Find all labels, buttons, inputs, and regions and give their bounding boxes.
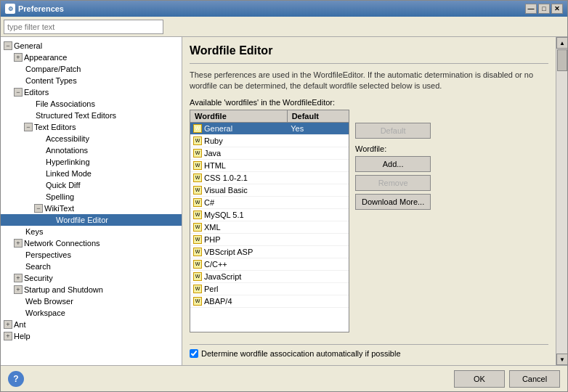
tree-item-search[interactable]: Search	[1, 261, 182, 272]
tree-container[interactable]: −General+AppearanceCompare/PatchContent …	[1, 37, 182, 365]
tree-toggle-editors[interactable]: −	[14, 88, 23, 97]
tree-item-perspectives[interactable]: Perspectives	[1, 249, 182, 261]
table-row[interactable]: WPHP	[190, 234, 349, 246]
tree-item-spelling[interactable]: Spelling	[1, 191, 182, 203]
tree-toggle-help[interactable]: +	[4, 332, 12, 340]
tree-item-security[interactable]: +Security	[1, 272, 182, 284]
scroll-thumb[interactable]	[557, 49, 567, 71]
file-icon: W	[193, 149, 202, 158]
wordfile-name-cell: WMySQL 5.1	[190, 211, 288, 219]
scroll-down-button[interactable]: ▼	[556, 354, 567, 365]
table-header: Wordfile Default	[190, 110, 349, 123]
tree-item-hyperlinking[interactable]: Hyperlinking	[1, 156, 182, 168]
table-row[interactable]: WPerl	[190, 283, 349, 295]
tree-toggle-text-editors[interactable]: −	[24, 123, 33, 131]
tree-toggle-ant[interactable]: +	[4, 320, 12, 329]
checkbox-area: Determine wordfile assocication automati…	[190, 349, 548, 358]
auto-wordfile-label: Determine wordfile assocication automati…	[201, 349, 401, 358]
table-row[interactable]: WRuby	[190, 135, 349, 147]
tree-label-content-types: Content Types	[24, 76, 77, 85]
file-icon: W	[193, 223, 202, 232]
table-row[interactable]: WJava	[190, 147, 349, 160]
wordfile-name: Ruby	[204, 136, 223, 145]
wordfile-name-cell: WVBScript ASP	[190, 248, 288, 256]
tree-toggle-startup-shutdown[interactable]: +	[14, 285, 23, 294]
minimize-button[interactable]: —	[525, 4, 537, 14]
tree-label-workspace: Workspace	[24, 309, 65, 317]
tree-item-structured-text-editors[interactable]: Structured Text Editors	[1, 110, 182, 121]
tree-label-quick-diff: Quick Diff	[44, 181, 80, 189]
table-body[interactable]: WGeneralYesWRubyWJavaWHTMLWCSS 1.0-2.1WV…	[190, 123, 349, 332]
maximize-button[interactable]: □	[538, 4, 550, 14]
table-row[interactable]: WCSS 1.0-2.1	[190, 172, 349, 184]
table-row[interactable]: WC/C++	[190, 258, 349, 271]
wordfile-name: General	[204, 124, 232, 133]
filter-input[interactable]	[4, 20, 163, 34]
tree-item-content-types[interactable]: Content Types	[1, 75, 182, 86]
tree-item-wordfile-editor[interactable]: Wordfile Editor	[1, 214, 182, 226]
tree-item-workspace[interactable]: Workspace	[1, 307, 182, 319]
tree-item-text-editors[interactable]: −Text Editors	[1, 121, 182, 133]
table-row[interactable]: WC#	[190, 197, 349, 209]
table-row[interactable]: WGeneralYes	[190, 123, 349, 135]
tree-item-file-associations[interactable]: File Associations	[1, 98, 182, 110]
wordfile-name: Perl	[204, 285, 219, 293]
available-label: Available 'wordfiles' in the WordfileEdi…	[190, 98, 548, 107]
tree-item-compare-patch[interactable]: Compare/Patch	[1, 63, 182, 75]
ok-button[interactable]: OK	[454, 370, 505, 388]
wordfile-name-cell: WHTML	[190, 161, 288, 170]
cancel-button[interactable]: Cancel	[509, 370, 560, 388]
tree-item-appearance[interactable]: +Appearance	[1, 52, 182, 63]
wordfile-name-cell: WPerl	[190, 285, 288, 293]
tree-item-keys[interactable]: Keys	[1, 226, 182, 237]
wordfile-name: Java	[204, 149, 221, 158]
tree-item-startup-shutdown[interactable]: +Startup and Shutdown	[1, 284, 182, 295]
wordfile-name: PHP	[204, 235, 221, 244]
close-button[interactable]: ✕	[551, 4, 563, 14]
window-title: Preferences	[18, 4, 64, 13]
auto-wordfile-checkbox[interactable]	[190, 349, 198, 358]
tree-item-network-connections[interactable]: +Network Connections	[1, 237, 182, 249]
wordfile-name: MySQL 5.1	[204, 211, 244, 219]
remove-button[interactable]: Remove	[355, 175, 431, 191]
tree-item-editors[interactable]: −Editors	[1, 86, 182, 98]
table-row[interactable]: WVisual Basic	[190, 184, 349, 197]
right-scrollbar[interactable]: ▲ ▼	[556, 37, 567, 365]
download-more-button[interactable]: Download More...	[355, 194, 431, 210]
table-row[interactable]: WHTML	[190, 160, 349, 172]
tree-label-search: Search	[24, 262, 51, 271]
add-button[interactable]: Add...	[355, 156, 431, 172]
tree-label-compare-patch: Compare/Patch	[24, 65, 81, 73]
scroll-up-button[interactable]: ▲	[556, 37, 567, 49]
file-icon: W	[193, 235, 202, 244]
tree-toggle-security[interactable]: +	[14, 274, 23, 282]
table-row[interactable]: WABAP/4	[190, 295, 349, 308]
wordfile-name: VBScript ASP	[204, 248, 253, 256]
preferences-window: ⚙ Preferences — □ ✕ −General+AppearanceC…	[0, 0, 568, 392]
tree-label-startup-shutdown: Startup and Shutdown	[23, 285, 103, 294]
tree-item-general[interactable]: −General	[1, 40, 182, 52]
help-button[interactable]: ?	[8, 371, 24, 387]
table-row[interactable]: WJavaScript	[190, 271, 349, 283]
buttons-panel: Default Wordfile: Add... Remove Download…	[355, 110, 431, 332]
tree-item-quick-diff[interactable]: Quick Diff	[1, 179, 182, 191]
tree-item-web-browser[interactable]: Web Browser	[1, 295, 182, 307]
tree-toggle-general[interactable]: −	[4, 41, 12, 50]
left-panel: −General+AppearanceCompare/PatchContent …	[1, 37, 182, 365]
table-row[interactable]: WVBScript ASP	[190, 246, 349, 258]
tree-toggle-appearance[interactable]: +	[14, 53, 23, 62]
table-row[interactable]: WXML	[190, 221, 349, 234]
tree-item-ant[interactable]: +Ant	[1, 319, 182, 330]
tree-item-annotations[interactable]: Annotations	[1, 144, 182, 156]
tree-toggle-wikitext[interactable]: −	[34, 204, 43, 213]
tree-item-accessibility[interactable]: Accessibility	[1, 133, 182, 144]
default-button[interactable]: Default	[355, 123, 431, 139]
wordfile-name: C#	[204, 198, 214, 207]
wordfile-name-cell: WGeneral	[190, 124, 288, 133]
tree-item-linked-mode[interactable]: Linked Mode	[1, 168, 182, 179]
wordfile-name-cell: WPHP	[190, 235, 288, 244]
tree-item-wikitext[interactable]: −WikiText	[1, 203, 182, 214]
table-row[interactable]: WMySQL 5.1	[190, 209, 349, 221]
tree-item-help[interactable]: +Help	[1, 330, 182, 342]
tree-toggle-network-connections[interactable]: +	[14, 239, 23, 248]
